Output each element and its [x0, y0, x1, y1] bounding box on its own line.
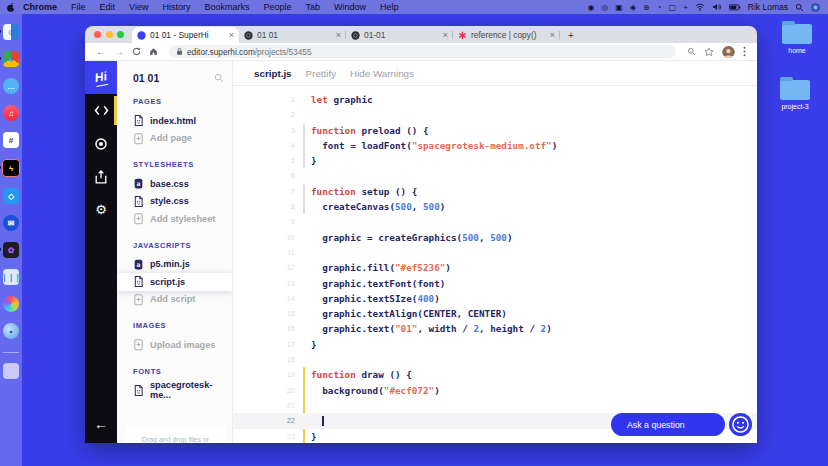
dock-item-figma[interactable]: ✿	[3, 242, 19, 258]
file-dropzone[interactable]: Drag and drop files or click to upload	[125, 426, 226, 443]
siri-icon[interactable]	[811, 3, 820, 12]
dock-item-bird[interactable]: •	[3, 323, 19, 339]
help-smiley-button[interactable]	[729, 413, 752, 436]
plus-icon[interactable]: +	[683, 3, 688, 12]
prettify-button[interactable]: Prettify	[306, 68, 337, 79]
address-bar[interactable]: editor.superhi.com/projects/53455	[169, 45, 676, 58]
tab-1[interactable]: 01 01 - SuperHi×	[132, 27, 239, 43]
close-window-button[interactable]	[94, 31, 101, 38]
globe-icon[interactable]: ⊕	[643, 3, 650, 12]
menu-item-window[interactable]: Window	[327, 2, 373, 12]
code-pane[interactable]: 1let graphic23function preload () {4 fon…	[233, 86, 757, 443]
dock-item-slack[interactable]: #	[3, 132, 19, 148]
volume-icon[interactable]	[712, 3, 722, 11]
kebab-menu-icon[interactable]	[743, 46, 746, 57]
code-line[interactable]: 5}	[233, 153, 757, 168]
code-line[interactable]: 19function draw () {	[233, 367, 757, 382]
code-line[interactable]: 2	[233, 107, 757, 122]
dock-item-terminal[interactable]: ϟ	[2, 159, 20, 177]
tab-close-icon[interactable]: ×	[547, 30, 555, 40]
code-line[interactable]: 8 createCanvas(500, 500)	[233, 199, 757, 214]
display-icon[interactable]: ▣	[615, 3, 623, 12]
sidebar-file-spacegrotesk-me...[interactable]: spacegrotesk-me...	[117, 382, 232, 400]
add-file-button-add-page[interactable]: Add page	[117, 130, 232, 148]
menu-user-name[interactable]: Rik Lomas	[748, 2, 788, 12]
superhi-logo[interactable]: Hi	[85, 61, 117, 94]
code-line[interactable]: 11	[233, 245, 757, 260]
dock-item-messages[interactable]: …	[3, 78, 19, 94]
code-line[interactable]: 14 graphic.textSIze(400)	[233, 291, 757, 306]
sidebar-file-p5.min.js[interactable]: ap5.min.js	[117, 256, 232, 274]
search-icon[interactable]	[214, 73, 224, 83]
code-line[interactable]: 6	[233, 168, 757, 183]
menu-item-file[interactable]: File	[64, 2, 93, 12]
new-tab-button[interactable]: +	[564, 28, 578, 42]
add-file-button-add-script[interactable]: Add script	[117, 291, 232, 309]
tab-4[interactable]: reference | copy()×	[453, 27, 560, 43]
clock-icon[interactable]: ◔	[657, 3, 662, 12]
add-file-button-upload-images[interactable]: Upload images	[117, 336, 232, 354]
tab-close-icon[interactable]: ×	[440, 30, 448, 40]
desktop-folder-project-3[interactable]: project-3	[773, 80, 817, 110]
menu-item-chrome[interactable]: Chrome	[16, 2, 64, 12]
menu-item-edit[interactable]: Edit	[93, 2, 123, 12]
code-line[interactable]: 16 graphic.text("01", width / 2, height …	[233, 321, 757, 336]
code-line[interactable]: 7function setup () {	[233, 184, 757, 199]
grid-icon[interactable]: ◈	[630, 3, 636, 12]
share-upload-button[interactable]	[85, 160, 117, 193]
code-line[interactable]: 3function preload () {	[233, 123, 757, 138]
menu-item-view[interactable]: View	[122, 2, 155, 12]
dock-item-vscode[interactable]: ◇	[3, 188, 19, 204]
menu-item-bookmarks[interactable]: Bookmarks	[197, 2, 256, 12]
menu-item-history[interactable]: History	[155, 2, 197, 12]
code-line[interactable]: 9	[233, 214, 757, 229]
code-line[interactable]: 21	[233, 398, 757, 413]
dock-item-chrome[interactable]: ●	[3, 51, 19, 67]
menu-item-tab[interactable]: Tab	[298, 2, 327, 12]
minimize-window-button[interactable]	[106, 31, 113, 38]
sidebar-file-base.css[interactable]: abase.css	[117, 175, 232, 193]
sidebar-file-index.html[interactable]: index.html	[117, 112, 232, 130]
back-icon[interactable]: ←	[96, 47, 106, 57]
battery-icon[interactable]	[729, 4, 741, 11]
tab-close-icon[interactable]: ×	[333, 30, 341, 40]
record-icon[interactable]: ◎	[601, 3, 608, 12]
add-file-button-add-stylesheet[interactable]: Add stylesheet	[117, 210, 232, 228]
code-line[interactable]: 15 graphic.textAlign(CENTER, CENTER)	[233, 306, 757, 321]
code-line[interactable]: 1let graphic	[233, 92, 757, 107]
code-line[interactable]: 17}	[233, 337, 757, 352]
sidebar-file-style.css[interactable]: style.css	[117, 193, 232, 211]
code-line[interactable]: 4 font = loadFont("spacegrotesk-medium.o…	[233, 138, 757, 153]
menu-item-people[interactable]: People	[256, 2, 298, 12]
settings-gear-button[interactable]: ⚙	[85, 193, 117, 226]
dock-item-amazon-music[interactable]: ❘❘❘	[3, 269, 19, 285]
home-icon[interactable]	[149, 47, 158, 56]
bookmark-star-icon[interactable]	[704, 47, 714, 57]
dock-item-music[interactable]: ♫	[3, 105, 19, 121]
tab-close-icon[interactable]: ×	[226, 30, 234, 40]
dock-item-mail[interactable]: ✉	[3, 215, 19, 231]
code-line[interactable]: 10 graphic = createGraphics(500, 500)	[233, 230, 757, 245]
hide-warnings-button[interactable]: Hide Warnings	[350, 68, 414, 79]
sidebar-file-script.js[interactable]: script.js	[117, 273, 232, 291]
reload-icon[interactable]	[132, 47, 141, 56]
profile-avatar[interactable]	[722, 45, 735, 58]
spotlight-search-icon[interactable]	[795, 3, 804, 12]
code-line[interactable]: 20 background("#ecf072")	[233, 383, 757, 398]
tab-3[interactable]: 01-01×	[346, 27, 453, 43]
zoom-window-button[interactable]	[117, 31, 124, 38]
dock-item-trash[interactable]	[3, 363, 19, 379]
code-line[interactable]: 18	[233, 352, 757, 367]
forward-icon[interactable]: →	[114, 47, 124, 57]
dock-item-finder[interactable]: ☺	[3, 24, 19, 40]
dock-item-photos[interactable]	[3, 296, 19, 312]
code-line[interactable]: 13 graphic.textFont(font)	[233, 276, 757, 291]
tab-2[interactable]: 01 01×	[239, 27, 346, 43]
menu-item-help[interactable]: Help	[373, 2, 406, 12]
status-dot-icon[interactable]: ◉	[587, 3, 594, 12]
back-arrow-button[interactable]: ←	[85, 413, 117, 435]
wifi-icon[interactable]	[695, 3, 705, 11]
window-icon[interactable]: ▢	[669, 3, 677, 12]
desktop-folder-home[interactable]: home	[775, 24, 819, 54]
preview-eye-button[interactable]	[85, 127, 117, 160]
